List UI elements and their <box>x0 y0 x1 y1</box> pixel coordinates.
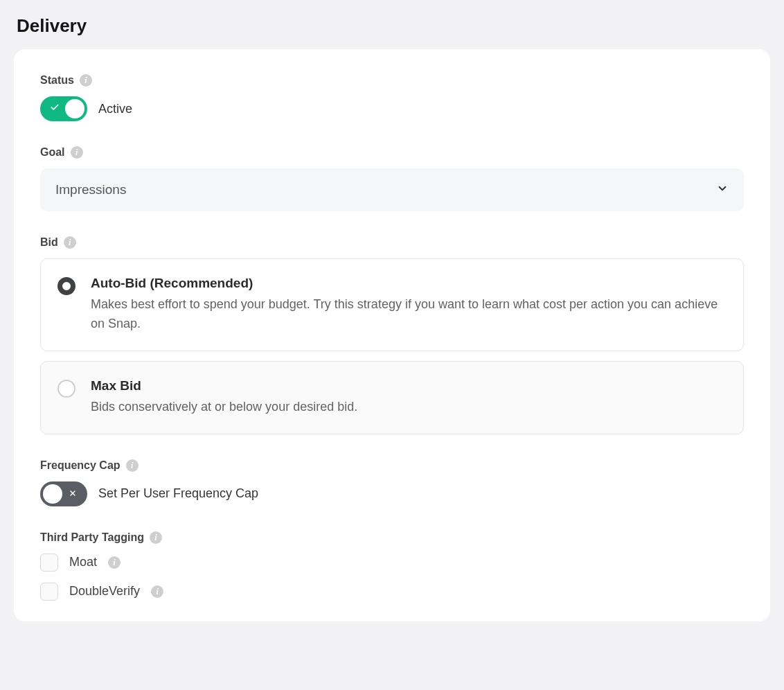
third-party-tagging-section: Third Party Tagging i Moat i DoubleVerif… <box>40 531 744 601</box>
frequency-cap-toggle[interactable] <box>40 481 87 506</box>
info-icon[interactable]: i <box>150 531 162 544</box>
checkbox-label: Moat <box>69 555 97 569</box>
info-icon[interactable]: i <box>126 459 139 472</box>
status-toggle[interactable] <box>40 96 87 121</box>
page-title: Delivery <box>0 0 784 49</box>
goal-section: Goal i Impressions <box>40 146 744 211</box>
bid-option-title: Auto-Bid (Recommended) <box>91 276 727 291</box>
third-party-option-doubleverify: DoubleVerify i <box>40 583 744 601</box>
radio-selected-icon <box>57 277 75 295</box>
info-icon[interactable]: i <box>71 146 83 159</box>
chevron-down-icon <box>716 182 729 197</box>
doubleverify-checkbox[interactable] <box>40 583 58 601</box>
checkbox-label: DoubleVerify <box>69 584 140 599</box>
frequency-cap-section: Frequency Cap i Set Per User Frequency C… <box>40 459 744 506</box>
frequency-cap-label: Frequency Cap <box>40 459 121 472</box>
delivery-card: Status i Active Goal i Impressions <box>14 49 770 621</box>
moat-checkbox[interactable] <box>40 554 58 572</box>
status-section: Status i Active <box>40 74 744 121</box>
third-party-tagging-label: Third Party Tagging <box>40 531 144 544</box>
info-icon[interactable]: i <box>64 236 76 249</box>
bid-option-max-bid[interactable]: Max Bid Bids conservatively at or below … <box>40 361 744 434</box>
bid-option-auto-bid[interactable]: Auto-Bid (Recommended) Makes best effort… <box>40 258 744 351</box>
goal-select-value: Impressions <box>55 182 126 197</box>
radio-unselected-icon <box>57 380 75 398</box>
goal-label: Goal <box>40 146 65 159</box>
bid-section: Bid i Auto-Bid (Recommended) Makes best … <box>40 236 744 434</box>
status-label: Status <box>40 74 74 87</box>
check-icon <box>50 103 60 115</box>
bid-label: Bid <box>40 236 58 249</box>
third-party-option-moat: Moat i <box>40 554 744 572</box>
goal-select[interactable]: Impressions <box>40 168 744 211</box>
bid-option-title: Max Bid <box>91 378 357 393</box>
frequency-cap-toggle-label: Set Per User Frequency Cap <box>98 486 258 501</box>
bid-option-description: Bids conservatively at or below your des… <box>91 398 357 417</box>
info-icon[interactable]: i <box>151 585 163 598</box>
info-icon[interactable]: i <box>108 556 121 569</box>
status-value: Active <box>98 102 132 116</box>
bid-option-description: Makes best effort to spend your budget. … <box>91 295 727 334</box>
info-icon[interactable]: i <box>80 74 92 87</box>
close-icon <box>69 488 77 500</box>
